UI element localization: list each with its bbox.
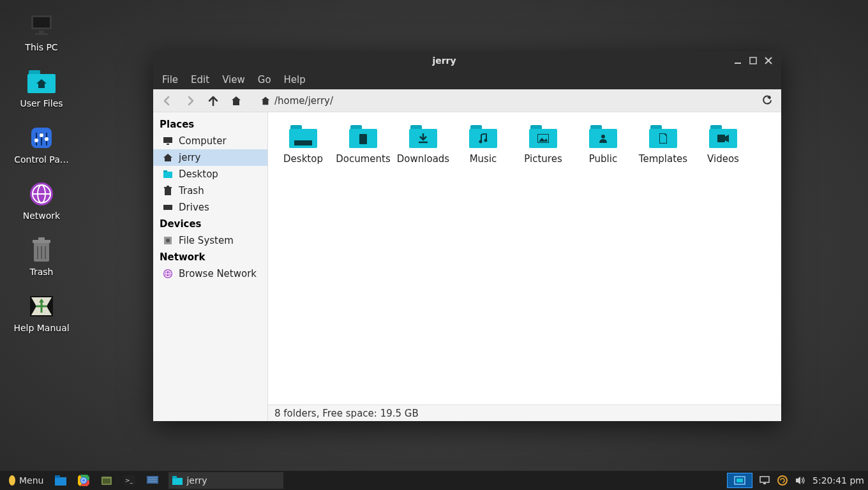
- svg-rect-43: [359, 134, 367, 144]
- monitor-icon: [162, 136, 174, 146]
- path-input[interactable]: /home/jerry/: [255, 92, 753, 110]
- menu-file[interactable]: File: [156, 71, 184, 88]
- help-icon: [26, 293, 57, 319]
- taskbar-clock[interactable]: 5:20:41 pm: [812, 475, 864, 486]
- disk-icon: [162, 235, 174, 246]
- launcher-files[interactable]: [51, 473, 70, 488]
- globe-icon: [26, 181, 57, 207]
- home-icon: [260, 96, 271, 106]
- menu-button[interactable]: Menu: [4, 473, 47, 488]
- path-text: /home/jerry/: [274, 95, 333, 107]
- desktop-icon-trash[interactable]: Trash: [3, 237, 80, 277]
- menu-edit[interactable]: Edit: [184, 71, 216, 88]
- folder-icon: [409, 125, 437, 149]
- svg-point-59: [82, 479, 86, 482]
- launcher-terminal[interactable]: >_: [120, 473, 139, 488]
- file-label: Documents: [336, 153, 391, 165]
- sidebar-item-trash[interactable]: Trash: [153, 182, 267, 199]
- desktop-icon-help-manual[interactable]: Help Manual: [3, 293, 80, 333]
- taskbar-app-label: jerry: [186, 475, 207, 486]
- trash-icon: [26, 237, 57, 263]
- sidebar-item-browse-network[interactable]: Browse Network: [153, 265, 267, 282]
- folder-music[interactable]: Music: [453, 122, 513, 167]
- launcher-monitor[interactable]: [143, 473, 162, 488]
- menu-label: Menu: [19, 475, 43, 486]
- folder-icon: [589, 125, 617, 149]
- close-button[interactable]: [761, 53, 776, 68]
- desktop-icons: This PC User Files Control Pa… Network T…: [0, 13, 83, 333]
- svg-point-8: [34, 138, 38, 142]
- sidebar-item-drives[interactable]: Drives: [153, 199, 267, 216]
- svg-rect-49: [717, 135, 725, 142]
- svg-rect-1: [33, 17, 50, 27]
- home-button[interactable]: [227, 92, 245, 110]
- desktop-icon-network[interactable]: Network: [3, 181, 80, 221]
- desktop-icon-user-files[interactable]: User Files: [3, 69, 80, 108]
- launcher-chrome[interactable]: [74, 473, 93, 488]
- file-pane[interactable]: Desktop Documents Downloads Music Pictur…: [268, 112, 781, 421]
- svg-rect-28: [163, 137, 172, 143]
- svg-rect-17: [38, 237, 45, 241]
- svg-rect-2: [39, 31, 44, 33]
- desktop-icon-label: Network: [6, 211, 77, 221]
- sidebar-item-jerry[interactable]: jerry: [153, 149, 267, 166]
- menu-help[interactable]: Help: [278, 71, 312, 88]
- svg-rect-34: [167, 186, 169, 187]
- svg-marker-47: [539, 138, 548, 142]
- minimize-button[interactable]: [730, 53, 745, 68]
- svg-marker-50: [725, 135, 729, 142]
- folder-icon: [172, 476, 183, 485]
- folder-desktop[interactable]: Desktop: [273, 122, 333, 167]
- sidebar-item-computer[interactable]: Computer: [153, 133, 267, 149]
- settings-icon: [26, 125, 57, 151]
- folder-documents[interactable]: Documents: [333, 122, 393, 167]
- svg-marker-75: [796, 477, 800, 484]
- forward-button[interactable]: [181, 92, 199, 110]
- desktop-icon-control-panel[interactable]: Control Pa…: [3, 125, 80, 165]
- sidebar-item-filesystem[interactable]: File System: [153, 232, 267, 249]
- folder-templates[interactable]: Templates: [633, 122, 693, 167]
- sidebar: Places Computer jerry Desktop Trash Driv…: [153, 112, 268, 421]
- svg-rect-71: [737, 479, 743, 482]
- svg-rect-73: [763, 483, 766, 484]
- svg-rect-72: [760, 477, 769, 482]
- reload-button[interactable]: [758, 92, 776, 110]
- titlebar[interactable]: jerry: [153, 51, 781, 70]
- sidebar-item-label: Trash: [179, 185, 204, 197]
- menu-logo-icon: [8, 475, 17, 486]
- maximize-button[interactable]: [745, 53, 761, 68]
- folder-icon: [529, 125, 557, 149]
- svg-point-45: [484, 139, 488, 142]
- toolbar: /home/jerry/: [153, 89, 781, 112]
- svg-point-44: [479, 140, 483, 144]
- back-button[interactable]: [158, 92, 176, 110]
- menubar: File Edit View Go Help: [153, 70, 781, 89]
- taskbar: Menu >_ jerry 5:20:41 pm: [0, 471, 868, 490]
- desktop-icon-label: User Files: [6, 98, 77, 108]
- desktop-icon-this-pc[interactable]: This PC: [3, 13, 80, 52]
- desktop-icon-label: This PC: [6, 42, 77, 52]
- menu-go[interactable]: Go: [251, 71, 278, 88]
- menu-view[interactable]: View: [216, 71, 251, 88]
- tray-update-icon[interactable]: [777, 475, 788, 486]
- tray-volume-icon[interactable]: [795, 475, 806, 486]
- svg-rect-35: [163, 205, 172, 210]
- svg-rect-30: [163, 172, 172, 178]
- tray-display-icon[interactable]: [759, 475, 770, 486]
- folder-pictures[interactable]: Pictures: [513, 122, 573, 167]
- show-desktop-button[interactable]: [727, 473, 752, 488]
- monitor-icon: [26, 13, 57, 38]
- sidebar-item-desktop[interactable]: Desktop: [153, 166, 267, 182]
- file-label: Desktop: [283, 153, 323, 165]
- svg-point-48: [601, 135, 605, 138]
- sidebar-item-label: File System: [179, 235, 234, 246]
- window-title: jerry: [158, 56, 730, 66]
- folder-public[interactable]: Public: [573, 122, 633, 167]
- folder-videos[interactable]: Videos: [693, 122, 753, 167]
- launcher-files2[interactable]: [97, 473, 116, 488]
- up-button[interactable]: [204, 92, 222, 110]
- globe-icon: [162, 269, 174, 279]
- folder-icon: [289, 125, 317, 149]
- folder-downloads[interactable]: Downloads: [393, 122, 453, 167]
- taskbar-app-jerry[interactable]: jerry: [168, 472, 283, 489]
